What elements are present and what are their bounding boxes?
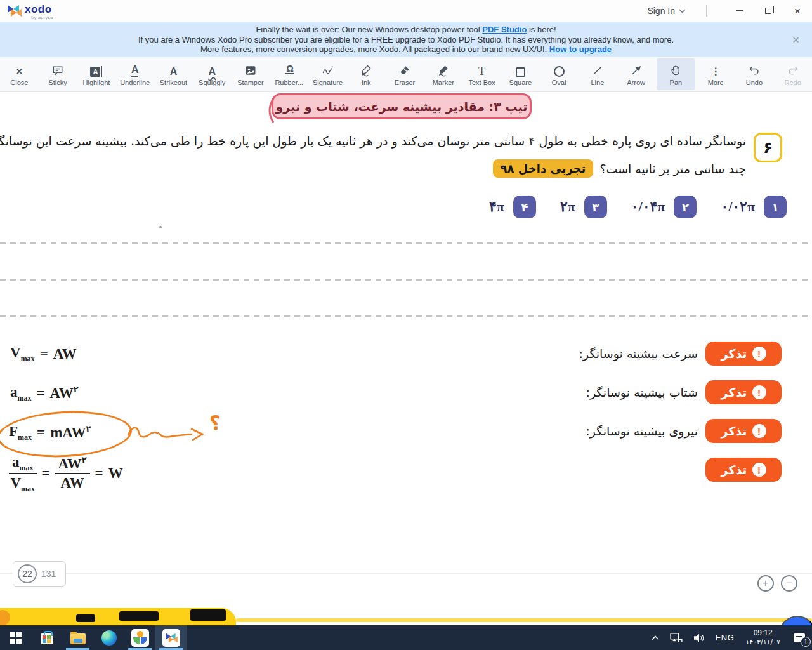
promo-close-icon[interactable]: × [792, 33, 799, 47]
pdf-page: تیپ ۳: مقادیر بیشینه سرعت، شتاب و نیرو ۶… [0, 92, 812, 625]
hand-drawn-arrow-annotation [126, 413, 211, 448]
stamper-icon [244, 63, 257, 77]
question-line2-row: چند سانتی متر بر ثانیه است؟ تجربی داخل ۹… [493, 159, 746, 178]
undo-icon [748, 63, 761, 77]
taskbar-edge[interactable] [93, 625, 124, 650]
more-icon: ⋮ [710, 63, 721, 77]
reminder-label: شتاب بیشینه نوسانگر: [586, 385, 698, 399]
eraser-icon [398, 63, 411, 77]
tool-squiggly[interactable]: ASquiggly [193, 57, 232, 91]
sign-in-button[interactable]: Sign In [638, 6, 695, 16]
squiggly-icon: A [208, 63, 216, 77]
promo-line2: If you are a Windows Xodo Pro subscriber… [0, 35, 812, 45]
promo-line3: More features, more conversion upgrades,… [0, 44, 812, 55]
tray-chevron-up[interactable] [646, 625, 665, 650]
page-separator [0, 573, 812, 574]
question-line1: نوسانگر ساده ای روی پاره خطی به طول ۴ سا… [0, 134, 746, 148]
tool-sticky[interactable]: Sticky [39, 57, 77, 91]
total-pages: 131 [41, 569, 56, 579]
reminder-badge: !تذکر [705, 419, 782, 443]
tool-square[interactable]: Square [501, 57, 540, 91]
taskbar-shad-app[interactable] [124, 625, 155, 650]
exclamation-icon: ! [752, 385, 766, 399]
tool-signature[interactable]: Signature [308, 57, 347, 91]
titlebar: xodo by apryse Sign In × [0, 0, 812, 22]
taskbar-store[interactable] [31, 625, 62, 650]
restore-button[interactable] [754, 0, 783, 22]
arrow-icon [630, 63, 643, 77]
strikeout-icon: A [170, 63, 178, 77]
tool-strikeout[interactable]: AStrikeout [154, 57, 193, 91]
tool-close[interactable]: ×Close [0, 57, 39, 91]
page-indicator[interactable]: 22 131 [13, 561, 66, 587]
tray-time: 09:12 [754, 628, 773, 638]
exam-source-tag: تجربی داخل ۹۸ [493, 159, 594, 178]
action-center-button[interactable]: 1 [787, 625, 812, 650]
option-1-value: ۰/۰۲π [721, 199, 755, 215]
tool-arrow[interactable]: Arrow [617, 57, 655, 91]
tool-marker[interactable]: Marker [424, 57, 462, 91]
pan-hand-icon [669, 63, 682, 77]
option-2-badge: ۲ [674, 196, 697, 218]
annotation-toolbar: ×Close Sticky AHighlight AUnderline AStr… [0, 57, 812, 92]
ink-pen-icon [360, 63, 372, 77]
square-icon [516, 63, 525, 77]
tool-redo[interactable]: Redo [773, 57, 812, 91]
zoom-in-button[interactable]: + [757, 575, 774, 592]
tool-pan[interactable]: Pan [657, 58, 695, 90]
pdf-studio-link[interactable]: PDF Studio [482, 25, 527, 34]
tray-date: ۱۴۰۳/۱۱/۰۷ [745, 638, 780, 647]
restore-icon [765, 8, 771, 14]
tool-underline[interactable]: AUnderline [115, 57, 154, 91]
tool-textbox[interactable]: TText Box [462, 57, 501, 91]
tip-banner-ribbon-tail [265, 98, 274, 123]
marker-icon [437, 63, 450, 77]
reminder-row: !تذکر [698, 458, 782, 482]
tool-ink[interactable]: Ink [347, 57, 386, 91]
reminder-row: !تذکر سرعت بیشینه نوسانگر: [579, 342, 782, 366]
start-button[interactable] [0, 625, 31, 650]
store-icon [41, 633, 53, 644]
zoom-out-button[interactable]: − [781, 575, 797, 592]
reminder-label: سرعت بیشینه نوسانگر: [579, 347, 698, 361]
tray-clock[interactable]: 09:12 ۱۴۰۳/۱۱/۰۷ [739, 628, 787, 647]
tray-language[interactable]: ENG [710, 625, 740, 650]
option-2: ۲ ۰/۰۴π [631, 196, 697, 218]
taskbar-xodo[interactable] [155, 625, 187, 650]
option-3-badge: ۳ [584, 196, 607, 218]
textbox-icon: T [478, 63, 485, 77]
tool-more[interactable]: ⋮More [697, 57, 735, 91]
tool-eraser[interactable]: Eraser [386, 57, 424, 91]
floating-action-button[interactable] [779, 616, 812, 625]
oval-icon [554, 63, 565, 77]
tool-line[interactable]: Line [578, 57, 617, 91]
tool-stamper[interactable]: Stamper [232, 57, 270, 91]
xodo-app-icon [162, 629, 180, 647]
option-4: ۴ ۴π [489, 196, 536, 218]
reminder-badge: !تذکر [705, 380, 782, 404]
taskbar-file-explorer[interactable] [62, 625, 93, 650]
exclamation-icon: ! [752, 347, 766, 361]
dashed-separator [0, 315, 812, 317]
tool-highlight[interactable]: AHighlight [77, 57, 116, 91]
question-number-badge: ۶ [754, 133, 782, 162]
option-1-badge: ۱ [764, 196, 787, 218]
minimize-button[interactable] [724, 0, 754, 22]
tool-rubber-stamp[interactable]: ΩRubber... [270, 57, 308, 91]
how-to-upgrade-link[interactable]: How to upgrade [549, 44, 612, 54]
app-window: xodo by apryse Sign In × Finally the wai… [0, 0, 812, 650]
close-window-icon: × [794, 6, 801, 17]
dashed-separator [0, 279, 812, 281]
promo-line1: Finally the wait is over: Our new Window… [0, 25, 812, 35]
chevron-up-icon [651, 635, 660, 640]
reminder-label: نیروی بیشینه نوسانگر: [586, 424, 698, 438]
notification-count-badge: 1 [801, 637, 811, 647]
close-window-button[interactable]: × [783, 0, 812, 22]
tool-oval[interactable]: Oval [540, 57, 579, 91]
network-icon [670, 633, 683, 643]
tray-network[interactable] [665, 625, 688, 650]
sticky-note-icon [51, 63, 64, 77]
tray-volume[interactable] [688, 625, 710, 650]
option-2-value: ۰/۰۴π [631, 199, 665, 215]
tool-undo[interactable]: Undo [735, 57, 774, 91]
